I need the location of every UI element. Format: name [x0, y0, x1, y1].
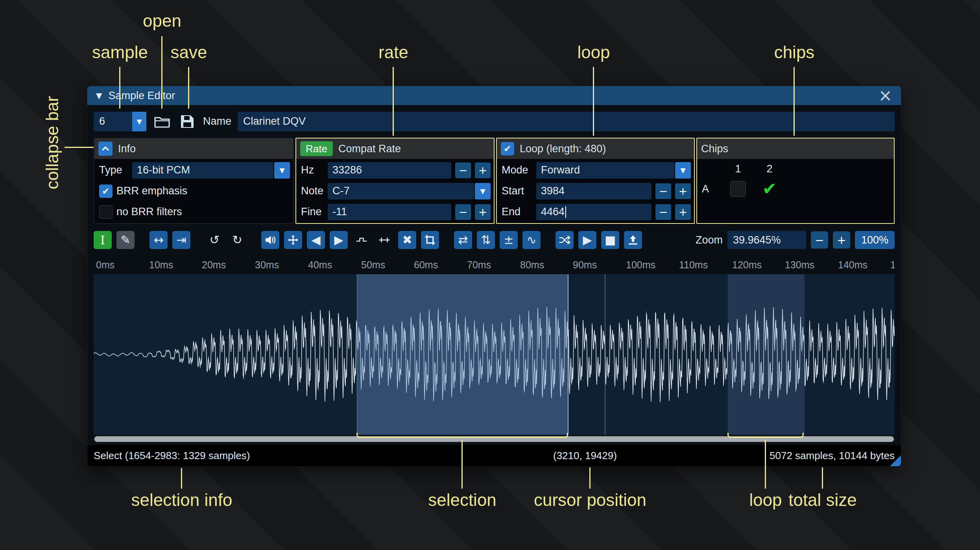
selection-region[interactable]: [357, 274, 568, 435]
draw-mode-button[interactable]: ✎: [116, 231, 135, 249]
loop-end-plus-button[interactable]: +: [675, 204, 691, 220]
rate-tag-button[interactable]: Rate: [300, 141, 333, 156]
zoom-in-button[interactable]: +: [833, 231, 850, 249]
info-panel-title: Info: [118, 143, 136, 155]
name-input[interactable]: Clarinet DQV: [238, 112, 895, 131]
ruler-label: 50ms: [361, 259, 385, 271]
crop-icon: [424, 234, 436, 245]
loop-region[interactable]: [728, 274, 805, 435]
loop-mode-value: Forward: [536, 162, 674, 179]
horizontal-scrollbar[interactable]: [94, 436, 895, 443]
annotation-cursor-position-line: [589, 467, 591, 489]
chevron-down-icon[interactable]: ▼: [675, 162, 691, 179]
ruler-label: 20ms: [202, 259, 226, 271]
ruler-label: 30ms: [255, 259, 279, 271]
loop-start-plus-button[interactable]: +: [675, 183, 691, 199]
collapse-button[interactable]: [98, 142, 113, 156]
hz-plus-button[interactable]: +: [475, 162, 491, 178]
loop-end-value: 4464: [541, 206, 565, 218]
upload-icon: [627, 234, 639, 245]
zoom-value: 39.9645%: [733, 234, 781, 246]
preview-button[interactable]: ▶: [578, 231, 596, 249]
fine-input[interactable]: -11: [328, 204, 451, 220]
loop-start-input[interactable]: 3984: [536, 183, 651, 199]
ruler-label: 60ms: [414, 259, 438, 271]
name-label: Name: [203, 115, 231, 127]
waveform-view[interactable]: [94, 274, 895, 435]
chip-1-checkbox[interactable]: [730, 181, 746, 197]
chips-panel: Chips 1 2 A ✔: [696, 138, 895, 224]
upload-button[interactable]: [624, 231, 642, 249]
sample-number: 6: [94, 112, 132, 131]
fade-out-button[interactable]: ▶: [330, 231, 348, 249]
amplify-button[interactable]: [261, 231, 279, 249]
chip-2-checkbox[interactable]: ✔: [762, 180, 777, 197]
note-dropdown[interactable]: C-7 ▼: [328, 183, 491, 199]
crossfade-button[interactable]: [556, 231, 574, 249]
loop-end-minus-button[interactable]: −: [655, 204, 671, 220]
sign-button[interactable]: ±: [500, 231, 518, 249]
type-value: 16-bit PCM: [132, 162, 273, 179]
loop-panel-header: ✔ Loop (length: 480): [497, 138, 694, 159]
apply-silence-button[interactable]: [375, 231, 393, 249]
loop-start-label: Start: [502, 185, 532, 197]
filter-button[interactable]: ∿: [522, 231, 541, 249]
resize-grip[interactable]: [890, 455, 901, 466]
fine-plus-button[interactable]: +: [475, 204, 491, 220]
no-brr-filters-checkbox[interactable]: [99, 205, 113, 219]
chips-panel-body: 1 2 A ✔: [697, 159, 894, 223]
chip-row-a: A ✔: [700, 178, 891, 200]
normalize-button[interactable]: [284, 231, 302, 249]
resample-button[interactable]: ⇥: [172, 231, 190, 249]
delete-button[interactable]: ✖: [398, 231, 416, 249]
reverse-button[interactable]: ⇄: [454, 231, 472, 249]
zoom-input[interactable]: 39.9645%: [727, 231, 806, 249]
titlebar[interactable]: ▼ Sample Editor ×: [87, 86, 901, 105]
insert-silence-icon: [356, 235, 367, 245]
hz-input[interactable]: 33286: [328, 162, 451, 179]
status-bar: Select (1654-2983: 1329 samples) (3210, …: [87, 445, 901, 466]
fade-in-button[interactable]: ◀: [307, 231, 325, 249]
insert-silence-button[interactable]: [353, 231, 371, 249]
close-icon[interactable]: ×: [878, 87, 892, 104]
text-cursor: [565, 206, 566, 218]
loop-start-minus-button[interactable]: −: [655, 183, 671, 199]
brr-emphasis-checkbox[interactable]: ✔: [99, 185, 113, 198]
annotation-selection: selection: [428, 490, 496, 510]
zoom-label: Zoom: [696, 234, 723, 246]
stop-button[interactable]: ■: [601, 231, 619, 249]
zoom-reset-button[interactable]: 100%: [855, 231, 895, 249]
window-collapse-icon[interactable]: ▼: [96, 91, 102, 100]
header-row: 6 ▼ Name Clarinet DQV: [87, 105, 901, 138]
resize-button[interactable]: ↔: [149, 231, 168, 249]
redo-button[interactable]: ↻: [228, 231, 246, 249]
loop-end-input[interactable]: 4464: [536, 204, 651, 220]
info-panel: Info Type 16-bit PCM ▼ ✔ BRR emphasis: [94, 138, 294, 224]
scrollbar-thumb[interactable]: [94, 436, 894, 442]
select-mode-button[interactable]: I: [94, 231, 112, 249]
crossfade-icon: [559, 235, 570, 245]
zoom-out-button[interactable]: −: [811, 231, 828, 249]
undo-button[interactable]: ↺: [205, 231, 223, 249]
loop-mode-dropdown[interactable]: Forward ▼: [536, 162, 691, 179]
ruler-label: 120ms: [732, 259, 762, 271]
resize-icon: ↔: [153, 234, 163, 246]
chips-panel-header: Chips: [697, 138, 894, 159]
chevron-down-icon[interactable]: ▼: [475, 183, 491, 199]
loop-enable-checkbox[interactable]: ✔: [501, 142, 514, 155]
invert-button[interactable]: ⇅: [477, 231, 495, 249]
chevron-down-icon[interactable]: ▼: [274, 162, 290, 179]
fine-minus-button[interactable]: −: [455, 204, 471, 220]
apply-silence-icon: [378, 235, 390, 245]
total-size-text: 5072 samples, 10144 bytes: [770, 450, 895, 462]
trim-button[interactable]: [421, 231, 439, 249]
sample-selector[interactable]: 6 ▼: [94, 112, 146, 131]
ruler-label: 140ms: [838, 259, 867, 271]
name-value: Clarinet DQV: [243, 115, 306, 127]
save-button[interactable]: [178, 112, 197, 131]
open-button[interactable]: [153, 112, 172, 131]
chevron-down-icon[interactable]: ▼: [132, 112, 146, 131]
folder-icon: [154, 115, 170, 128]
type-dropdown[interactable]: 16-bit PCM ▼: [132, 162, 290, 179]
hz-minus-button[interactable]: −: [455, 162, 471, 178]
